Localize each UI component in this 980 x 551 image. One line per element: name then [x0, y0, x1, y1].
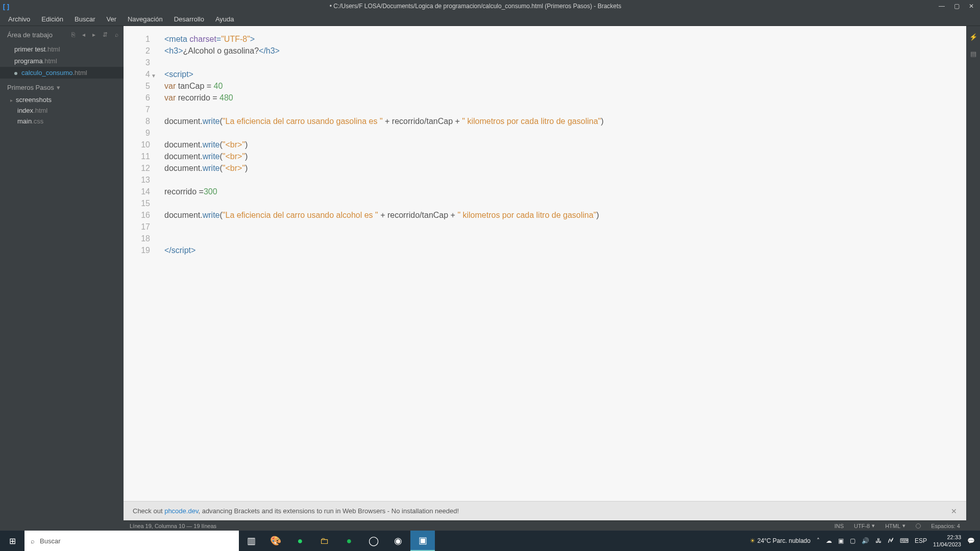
show-in-tree-icon[interactable]: ⎘ — [71, 31, 75, 38]
working-files-list: primer test.htmlprograma.htmlcalculo_con… — [0, 43, 124, 79]
notification-bar: Check out phcode.dev, advancing Brackets… — [124, 501, 966, 520]
menu-buscar[interactable]: Buscar — [69, 13, 100, 25]
start-button[interactable]: ⊞ — [0, 536, 24, 546]
tray-meet-icon[interactable]: ▣ — [838, 537, 844, 544]
tray-camera-icon[interactable]: ▢ — [850, 537, 855, 544]
menu-navegación[interactable]: Navegación — [122, 13, 168, 25]
working-file[interactable]: calculo_consumo.html — [0, 67, 124, 79]
right-rail: ⚡ ▤ — [966, 26, 980, 531]
tray-notifications-icon[interactable]: 💬 — [967, 537, 975, 544]
tray-language[interactable]: ESP — [915, 537, 927, 544]
tray-network-icon[interactable]: 🖧 — [875, 537, 881, 544]
prev-file-icon[interactable]: ◂ — [82, 31, 85, 38]
taskbar-spotify-icon[interactable]: ● — [337, 531, 361, 551]
working-file[interactable]: programa.html — [0, 55, 124, 67]
taskbar-search[interactable]: ⌕ Buscar — [24, 531, 239, 551]
tray-clock[interactable]: 22:33 11/04/2023 — [933, 534, 961, 548]
tray-volume-icon[interactable]: 🔊 — [862, 537, 869, 544]
minimize-button[interactable]: — — [939, 3, 945, 10]
gutter: 1234▼5678910111213141516171819 — [124, 26, 155, 501]
fold-icon[interactable]: ▼ — [151, 70, 156, 82]
language-status[interactable]: HTML — [885, 523, 900, 529]
close-button[interactable]: ✕ — [969, 3, 974, 10]
code-area[interactable]: <meta charset="UTF-8"><h3>¿Alcohol o gas… — [155, 26, 966, 501]
sidebar: Área de trabajo ⎘ ◂ ▸ ⇵ ⌕ primer test.ht… — [0, 26, 124, 531]
project-tree: screenshotsindex.htmlmain.css — [0, 94, 124, 127]
tray-keyboard-icon[interactable]: ⌨ — [900, 537, 909, 544]
chevron-down-icon: ▾ — [902, 522, 905, 529]
weather-widget[interactable]: ☀ 24°C Parc. nublado — [750, 537, 811, 544]
window-title: • C:/Users/F LOSA/Documents/Logica de pr… — [12, 3, 939, 10]
search-icon: ⌕ — [31, 537, 35, 545]
tray-battery-icon[interactable]: 🗲 — [888, 537, 894, 544]
dirty-dot-icon — [14, 72, 17, 75]
tray-onedrive-icon[interactable]: ☁ — [826, 537, 832, 544]
cursor-status[interactable]: Línea 19, Columna 10 — 19 líneas — [130, 523, 216, 529]
next-file-icon[interactable]: ▸ — [92, 31, 95, 38]
app-icon: [ ] — [0, 3, 12, 10]
project-name[interactable]: Primeros Pasos — [7, 84, 54, 91]
menu-archivo[interactable]: Archivo — [3, 13, 35, 25]
taskbar-explorer-icon[interactable]: 🗀 — [312, 531, 337, 551]
extensions-icon[interactable]: ▤ — [970, 50, 976, 58]
spaces-status[interactable]: Espacios: 4 — [931, 523, 960, 529]
notification-link[interactable]: phcode.dev — [164, 507, 198, 515]
tray-chevron-icon[interactable]: ˄ — [817, 537, 820, 544]
taskbar-chrome-icon[interactable]: ◉ — [386, 531, 410, 551]
menu-edición[interactable]: Edición — [36, 13, 68, 25]
menu-ayuda[interactable]: Ayuda — [210, 13, 239, 25]
live-preview-icon[interactable]: ⚡ — [969, 33, 977, 41]
menu-ver[interactable]: Ver — [101, 13, 121, 25]
encoding-status[interactable]: UTF-8 — [854, 523, 870, 529]
ins-status[interactable]: INS — [835, 523, 844, 529]
chevron-down-icon[interactable]: ▾ — [55, 84, 61, 91]
windows-taskbar: ⊞ ⌕ Buscar ▥ 🎨 ● 🗀 ● ◯ ◉ ▣ ☀ 24°C Parc. … — [0, 531, 980, 551]
taskbar-whatsapp-icon[interactable]: ● — [288, 531, 312, 551]
notification-suffix: , advancing Brackets and its extensions … — [198, 507, 459, 515]
tree-file[interactable]: index.html — [0, 105, 124, 116]
taskbar-app-2[interactable]: ◯ — [361, 531, 386, 551]
search-icon[interactable]: ⌕ — [115, 31, 118, 38]
notification-close-icon[interactable]: ✕ — [951, 507, 957, 515]
lint-status-icon[interactable] — [916, 523, 921, 529]
taskbar-app-1[interactable]: 🎨 — [263, 531, 288, 551]
status-bar: Línea 19, Columna 10 — 19 líneas INS UTF… — [124, 520, 966, 531]
notification-prefix: Check out — [133, 507, 164, 515]
editor-pane: 1234▼5678910111213141516171819 <meta cha… — [124, 26, 966, 531]
code-editor[interactable]: 1234▼5678910111213141516171819 <meta cha… — [124, 26, 966, 501]
tree-file[interactable]: main.css — [0, 116, 124, 127]
working-files-label: Área de trabajo — [7, 31, 53, 39]
chevron-down-icon: ▾ — [872, 522, 875, 529]
taskbar-brackets-icon[interactable]: ▣ — [410, 531, 435, 551]
menu-desarrollo[interactable]: Desarrollo — [169, 13, 209, 25]
split-view-icon[interactable]: ⇵ — [103, 31, 108, 38]
task-view-icon[interactable]: ▥ — [239, 531, 263, 551]
title-bar: [ ] • C:/Users/F LOSA/Documents/Logica d… — [0, 0, 980, 12]
working-file[interactable]: primer test.html — [0, 43, 124, 55]
maximize-button[interactable]: ▢ — [954, 3, 960, 10]
menu-bar: ArchivoEdiciónBuscarVerNavegaciónDesarro… — [0, 12, 980, 26]
tree-folder[interactable]: screenshots — [0, 94, 124, 105]
search-placeholder: Buscar — [40, 537, 60, 545]
